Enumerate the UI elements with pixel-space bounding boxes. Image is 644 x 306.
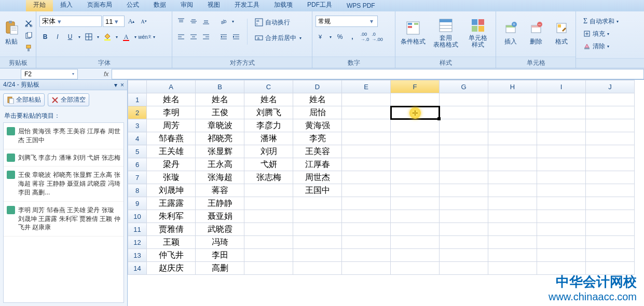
cell-D10[interactable]	[293, 210, 342, 223]
cell-D9[interactable]	[293, 197, 342, 210]
align-center-button[interactable]	[188, 31, 199, 43]
fill-color-button[interactable]	[102, 31, 113, 43]
wrap-text-button[interactable]: abc自动换行	[253, 17, 304, 28]
cell-H2[interactable]	[488, 106, 537, 119]
cell-B10[interactable]: 聂亚娟	[196, 210, 244, 223]
border-dd[interactable]: ▾	[95, 31, 101, 43]
cell-J4[interactable]	[586, 132, 635, 145]
cell-J12[interactable]	[586, 236, 635, 249]
cell-E1[interactable]	[342, 93, 391, 106]
col-header-B[interactable]: B	[196, 80, 244, 93]
select-all-corner[interactable]	[128, 80, 147, 93]
underline-button[interactable]: U	[64, 31, 76, 43]
cell-E7[interactable]	[342, 171, 391, 184]
tab-6[interactable]: 视图	[200, 0, 227, 11]
cell-F4[interactable]	[391, 132, 440, 145]
clipboard-item[interactable]: 屈怡 黄海强 李亮 王美容 江厚春 周世杰 王国中	[4, 123, 124, 149]
phonetic-dd[interactable]: ▾	[152, 31, 157, 43]
cell-H12[interactable]	[488, 236, 537, 249]
cell-A5[interactable]: 王关雄	[147, 145, 196, 158]
cell-B4[interactable]: 祁晓亮	[196, 132, 244, 145]
percent-button[interactable]: %	[334, 31, 346, 43]
row-header-6[interactable]: 6	[128, 158, 147, 171]
cell-B14[interactable]: 高删	[196, 262, 244, 275]
cell-F9[interactable]	[391, 197, 440, 210]
clipboard-pane-close[interactable]: ×	[120, 81, 124, 89]
indent-increase-button[interactable]	[230, 31, 242, 43]
increase-decimal-button[interactable]: .00→.0	[359, 31, 371, 43]
fx-icon[interactable]: fx	[104, 71, 108, 78]
cell-E11[interactable]	[342, 223, 391, 236]
cell-B3[interactable]: 章晓波	[196, 119, 244, 132]
cell-J5[interactable]	[586, 145, 635, 158]
cell-H5[interactable]	[488, 145, 537, 158]
italic-button[interactable]: I	[52, 31, 63, 43]
cell-D2[interactable]: 屈怡	[293, 106, 342, 119]
cell-G11[interactable]	[440, 223, 488, 236]
indent-decrease-button[interactable]	[218, 31, 229, 43]
cell-F10[interactable]	[391, 210, 440, 223]
cell-D13[interactable]	[293, 249, 342, 262]
cell-I1[interactable]	[537, 93, 586, 106]
cell-I10[interactable]	[537, 210, 586, 223]
cell-F2[interactable]: ✛	[391, 106, 440, 119]
format-painter-button[interactable]	[23, 43, 34, 54]
cell-G5[interactable]	[440, 145, 488, 158]
row-header-5[interactable]: 5	[128, 145, 147, 158]
cell-F5[interactable]	[391, 145, 440, 158]
col-header-D[interactable]: D	[293, 80, 342, 93]
cell-J9[interactable]	[586, 197, 635, 210]
cell-F14[interactable]	[391, 262, 440, 275]
col-header-I[interactable]: I	[537, 80, 586, 93]
cell-A6[interactable]: 梁丹	[147, 158, 196, 171]
cell-C8[interactable]	[244, 184, 293, 197]
col-header-G[interactable]: G	[440, 80, 488, 93]
conditional-format-button[interactable]: 条件格式	[399, 16, 428, 50]
row-header-2[interactable]: 2	[128, 106, 147, 119]
font-size-select[interactable]: 11▾	[103, 16, 125, 27]
cell-B1[interactable]: 姓名	[196, 93, 244, 106]
cell-I6[interactable]	[537, 158, 586, 171]
spreadsheet[interactable]: ABCDEFGHIJ 1姓名姓名姓名姓名2李明王俊刘腾飞屈怡✛3周芳章晓波李彦力…	[128, 80, 644, 306]
cell-A11[interactable]: 贾雅倩	[147, 223, 196, 236]
cut-button[interactable]	[23, 18, 34, 29]
cell-E3[interactable]	[342, 119, 391, 132]
name-box[interactable]: F2 ▾	[21, 69, 78, 79]
clear-button[interactable]: 清除▾	[581, 40, 611, 52]
cell-G1[interactable]	[440, 93, 488, 106]
align-top-button[interactable]	[175, 16, 187, 27]
cell-A12[interactable]: 王颖	[147, 236, 196, 249]
cell-E14[interactable]	[342, 262, 391, 275]
clipboard-item[interactable]: 刘腾飞 李彦力 潘琳 刘玥 弋妍 张志梅	[4, 149, 124, 167]
row-header-10[interactable]: 10	[128, 210, 147, 223]
row-header-8[interactable]: 8	[128, 184, 147, 197]
cell-G2[interactable]	[440, 106, 488, 119]
cell-I8[interactable]	[537, 184, 586, 197]
cell-F8[interactable]	[391, 184, 440, 197]
cell-J13[interactable]	[586, 249, 635, 262]
cell-G7[interactable]	[440, 171, 488, 184]
cell-H10[interactable]	[488, 210, 537, 223]
cell-G4[interactable]	[440, 132, 488, 145]
cell-D1[interactable]: 姓名	[293, 93, 342, 106]
number-format-select[interactable]: 常规▾	[316, 16, 378, 27]
cell-D14[interactable]	[293, 262, 342, 275]
cell-D11[interactable]	[293, 223, 342, 236]
cell-B5[interactable]: 张显辉	[196, 145, 244, 158]
orientation-dd[interactable]: ▾	[230, 16, 236, 27]
cell-C11[interactable]	[244, 223, 293, 236]
cell-C10[interactable]	[244, 210, 293, 223]
cell-D6[interactable]: 江厚春	[293, 158, 342, 171]
tab-7[interactable]: 开发工具	[227, 0, 267, 11]
cell-B2[interactable]: 王俊	[196, 106, 244, 119]
cell-E9[interactable]	[342, 197, 391, 210]
grow-font-button[interactable]: A▴	[126, 16, 137, 27]
cell-C9[interactable]	[244, 197, 293, 210]
cells-format-button[interactable]: 格式	[550, 16, 572, 50]
cell-F13[interactable]	[391, 249, 440, 262]
cell-B12[interactable]: 冯琦	[196, 236, 244, 249]
cell-H3[interactable]	[488, 119, 537, 132]
col-header-E[interactable]: E	[342, 80, 391, 93]
cell-J1[interactable]	[586, 93, 635, 106]
cell-I11[interactable]	[537, 223, 586, 236]
